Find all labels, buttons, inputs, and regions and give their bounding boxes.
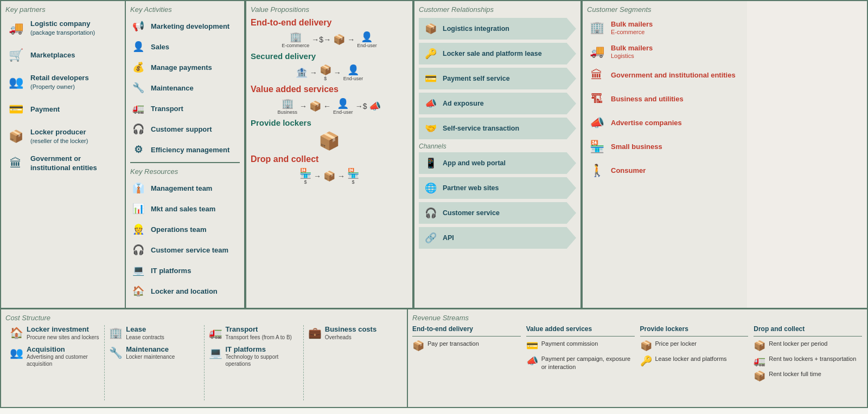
seg-gov-name: Government and institutional entities xyxy=(611,71,736,80)
partner-logistic-sub: (package transportation) xyxy=(30,29,95,36)
mgmt-icon: 👔 xyxy=(130,180,146,196)
package-icon: 📦 xyxy=(333,34,345,46)
cost-acquisition-label: Acquisition xyxy=(27,345,100,354)
partner-logistic: 🚚 Logistic company (package transportati… xyxy=(5,18,120,38)
cost-lease-icon: 🏢 xyxy=(109,326,123,339)
shop2-icon: 🏪 xyxy=(347,167,359,179)
cost-transport-sub: Transport fees (from A to B) xyxy=(226,334,292,341)
cost-transport-icon: 🚛 xyxy=(209,326,222,339)
locker3-icon: 📦 xyxy=(323,170,335,182)
rev-rent-period: 📦 Rent locker per period xyxy=(754,340,862,352)
rev-rent-full-icon: 📦 xyxy=(754,370,765,382)
person-icon: 👤 xyxy=(337,98,349,109)
customer-rel-title: Customer Relationships xyxy=(419,5,576,14)
payments-icon: 💰 xyxy=(130,59,146,75)
customer-seg-title: Customer Segments xyxy=(587,5,743,14)
seg-gov-icon: 🏛 xyxy=(587,66,607,85)
rev-price-icon: 📦 xyxy=(640,340,652,352)
maintenance-icon: 🔧 xyxy=(130,80,146,96)
cost-locker-invest: 🏠 Locker investment Procure new sites an… xyxy=(10,325,100,341)
key-partners-section: Key partners 🚚 Logistic company (package… xyxy=(1,1,126,308)
locker-big-icon: 📦 xyxy=(318,131,340,151)
seg-bulk-ecomm-name: Bulk mailers xyxy=(611,20,653,29)
retail-icon: 👥 xyxy=(5,72,26,93)
rev-commission-icon: 💳 xyxy=(526,340,538,352)
activity-marketing-label: Marketing development xyxy=(151,22,229,30)
channels-title: Channels xyxy=(419,143,576,150)
cost-maintenance-label: Maintenance xyxy=(126,345,175,354)
activity-payments: 💰 Manage payments xyxy=(130,59,240,75)
cr-locker-sale: 🔑 Locker sale and platform lease xyxy=(419,43,576,64)
it-icon: 💻 xyxy=(130,262,146,279)
rev-campaign-text: Payment per campaign, exposure or intera… xyxy=(541,355,635,371)
ch-app: 📱 App and web portal xyxy=(419,152,576,174)
vp-diagram-2: 🏦 → 📦 $ → 👤 End-user xyxy=(251,64,408,81)
ch-api: 🔗 API xyxy=(419,227,576,249)
activity-marketing: 📢 Marketing development xyxy=(130,18,240,34)
partner-retail: 👥 Retail developers (Property owner) xyxy=(5,72,120,93)
customer-seg-section: Customer Segments 🏢 Bulk mailers E-comme… xyxy=(582,1,747,308)
marketing-icon: 📢 xyxy=(130,18,146,34)
vp-diagram-5: 🏪 $ → 📦 → 🏪 $ xyxy=(251,167,408,185)
cost-transport: 🚛 Transport Transport fees (from A to B) xyxy=(209,325,299,341)
enduser2-icon: 👤 xyxy=(347,64,359,76)
seg-bulk-ecomm-sub: E-commerce xyxy=(611,29,653,35)
seg-gov: 🏛 Government and institutional entities xyxy=(587,66,743,85)
seg-advert-icon: 📣 xyxy=(587,113,607,133)
resource-management: 👔 Management team xyxy=(130,180,240,196)
rev-rent-period-icon: 📦 xyxy=(754,340,765,352)
seg-small-biz-name: Small business xyxy=(611,143,662,151)
business-icon: 🏢 xyxy=(282,98,293,109)
value-props-section: Value Propositions End-to-end delivery 🏢… xyxy=(245,1,413,308)
support-icon: 🎧 xyxy=(130,121,146,137)
seg-advert-name: Advertise companies xyxy=(611,119,682,127)
ch-cs-text: Customer service xyxy=(443,209,500,217)
seg-bulk-ecomm-icon: 🏢 xyxy=(587,18,607,37)
resource-locker-label: Locker and location xyxy=(151,287,218,295)
vp-drop: Drop and collect xyxy=(251,154,408,164)
rev-drop-title: Drop and collect xyxy=(754,325,862,333)
cost-biz-sub: Overheads xyxy=(325,334,376,341)
rev-rent-full-text: Rent locker full time xyxy=(769,370,821,378)
resource-it-label: IT platforms xyxy=(151,267,191,275)
key-activities-section: Key Activities 📢 Marketing development 👤… xyxy=(126,1,245,308)
rev-commission-text: Payment commission xyxy=(541,340,598,347)
resource-locker: 🏠 Locker and location xyxy=(130,283,240,299)
cr-payment-icon: 💳 xyxy=(423,71,438,86)
seg-consumer-name: Consumer xyxy=(611,166,646,175)
ch-partner: 🌐 Partner web sites xyxy=(419,177,576,199)
seg-advert: 📣 Advertise companies xyxy=(587,113,743,133)
seg-bulk-log: 🚚 Bulk mailers Logistics xyxy=(587,42,743,61)
rev-rent-full: 📦 Rent locker full time xyxy=(754,370,862,382)
bottom-section: Cost Structure 🏠 Locker investment Procu… xyxy=(1,309,867,407)
vp-diagram-3: 🏢 Business → 📦 ← 👤 End-user →$ 📣 xyxy=(251,98,408,115)
ch-api-text: API xyxy=(443,234,454,242)
partner-retail-name: Retail developers xyxy=(30,74,89,83)
canvas: Key partners 🚚 Logistic company (package… xyxy=(0,0,868,408)
rev-payment-campaign: 📣 Payment per campaign, exposure or inte… xyxy=(526,355,635,371)
rev-pay-per-transaction: 📦 Pay per transaction xyxy=(412,340,521,352)
value-props-title: Value Propositions xyxy=(251,5,408,14)
rev-col-valueadded: Value added services 💳 Payment commissio… xyxy=(526,325,635,385)
cost-biz-icon: 💼 xyxy=(308,326,322,339)
payment-icon: 💳 xyxy=(5,99,26,120)
ecommerce-icon: 🏢 xyxy=(290,31,302,43)
key-activities-title: Key Activities xyxy=(130,5,240,14)
cr-ad-text: Ad exposure xyxy=(443,100,484,108)
rev-rent-two-text: Rent two lockers + transportation xyxy=(769,355,856,363)
cost-acquisition-sub: Advertising and customer acquisition xyxy=(27,353,100,367)
cost-col-1: 🏢 Lease Lease contracts 🔧 Maintenance Lo… xyxy=(105,325,204,400)
activity-transport: 🚛 Transport xyxy=(130,100,240,117)
cr-locker-sale-text: Locker sale and platform lease xyxy=(443,50,542,58)
resource-cs: 🎧 Customer service team xyxy=(130,242,240,258)
cost-acquisition-icon: 👥 xyxy=(10,346,23,359)
activity-support-label: Customer support xyxy=(151,125,212,133)
resource-mkt-label: Mkt and sales team xyxy=(151,205,215,213)
cost-lease: 🏢 Lease Lease contracts xyxy=(109,325,199,341)
rev-endtoend-title: End-to-end delivery xyxy=(412,325,521,333)
cs-icon: 🎧 xyxy=(130,242,146,258)
cost-biz-label: Business costs xyxy=(325,325,376,334)
cost-maintenance-icon: 🔧 xyxy=(109,346,123,359)
enduser-icon: 👤 xyxy=(361,31,373,43)
cost-it: 💻 IT platforms Technology to support ope… xyxy=(209,345,299,368)
